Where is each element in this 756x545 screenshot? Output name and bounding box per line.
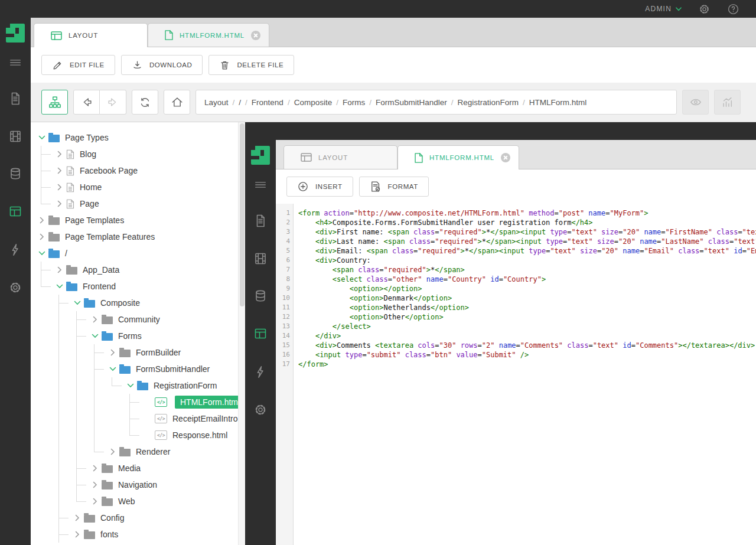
close-icon[interactable] (501, 153, 510, 162)
tree-item-config[interactable]: Config (31, 510, 245, 526)
code-line[interactable]: </form> (298, 360, 756, 369)
tree-item-fonts[interactable]: fonts (31, 526, 245, 543)
code-line[interactable]: <input type="submit" class="btn" value="… (298, 350, 756, 360)
code-line[interactable]: <div>Country: (298, 256, 756, 265)
chevron-right-icon[interactable] (71, 526, 84, 543)
chevron-right-icon[interactable] (89, 311, 102, 328)
statistics-button[interactable] (714, 90, 741, 115)
settings-icon[interactable] (0, 280, 31, 295)
menu-icon[interactable] (245, 178, 276, 191)
code-editor[interactable]: 1234567891011121314151617 <form action="… (276, 204, 756, 545)
chevron-down-icon[interactable] (124, 377, 137, 394)
preview-tab-htmlform[interactable]: HTMLFORM.HTML (397, 145, 519, 169)
tree-item-web[interactable]: Web (31, 493, 245, 510)
tree-item-community[interactable]: Community (31, 311, 245, 328)
tree-item-htmlform-html[interactable]: HTMLForm.html (31, 394, 245, 410)
code-line[interactable]: <div>Last name: <span class="required">*… (298, 237, 756, 246)
code-line[interactable]: <div>First name: <span class="required">… (298, 227, 756, 237)
tree-view-toggle-button[interactable] (41, 90, 68, 115)
code-line[interactable]: </div> (298, 331, 756, 341)
media-icon[interactable] (0, 129, 31, 143)
media-icon[interactable] (245, 252, 276, 266)
tree-item-[interactable]: / (31, 245, 245, 262)
code-line[interactable]: <div>Email: <span class="required">*</sp… (298, 246, 756, 256)
functions-icon[interactable] (0, 243, 31, 257)
back-button[interactable] (73, 90, 100, 115)
chevron-right-icon[interactable] (89, 460, 102, 477)
tree-item-renderer[interactable]: Renderer (31, 443, 245, 460)
tree-scrollbar[interactable] (238, 122, 245, 545)
data-icon[interactable] (0, 167, 31, 181)
menu-icon[interactable] (0, 56, 31, 69)
download-button[interactable]: DOWNLOAD (121, 55, 203, 75)
tree-item-facebook-page[interactable]: Facebook Page (31, 162, 245, 179)
tree-item-page-types[interactable]: Page Types (31, 129, 245, 146)
format-button[interactable]: FORMAT (359, 177, 429, 197)
chevron-right-icon[interactable] (89, 477, 102, 493)
chevron-right-icon[interactable] (53, 179, 66, 195)
pages-icon[interactable] (0, 92, 31, 106)
layout-icon[interactable] (0, 204, 31, 218)
code-line[interactable]: </select> (298, 322, 756, 331)
breadcrumb[interactable]: Layout///Frontend/Composite/Forms/FormSu… (195, 90, 677, 115)
pages-icon[interactable] (245, 214, 276, 228)
close-icon[interactable] (251, 31, 260, 40)
code-line[interactable]: <div>Comments <textarea cols="30" rows="… (298, 341, 756, 350)
tree-item-response-html[interactable]: Response.html (31, 427, 245, 443)
tree-item-formbuilder[interactable]: FormBuilder (31, 344, 245, 361)
preview-tab-layout[interactable]: LAYOUT (284, 145, 397, 169)
chevron-down-icon[interactable] (71, 295, 84, 311)
chevron-down-icon[interactable] (89, 328, 102, 344)
code-line[interactable]: <option></option> (298, 284, 756, 293)
chevron-right-icon[interactable] (53, 162, 66, 179)
chevron-right-icon[interactable] (35, 212, 48, 229)
tree-item-page-templates[interactable]: Page Templates (31, 212, 245, 229)
chevron-right-icon[interactable] (106, 443, 119, 460)
settings-icon[interactable] (698, 3, 711, 15)
code-line[interactable]: <option>Other</option> (298, 312, 756, 322)
tree-item-home[interactable]: Home (31, 179, 245, 195)
chevron-right-icon[interactable] (142, 394, 155, 410)
functions-icon[interactable] (245, 365, 276, 379)
code-line[interactable]: <option>Netherlands</option> (298, 303, 756, 312)
chevron-down-icon[interactable] (53, 278, 66, 295)
tab-htmlform[interactable]: HTMLFORM.HTML (148, 23, 269, 47)
refresh-button[interactable] (132, 90, 158, 115)
chevron-right-icon[interactable] (89, 493, 102, 510)
forward-button[interactable] (100, 90, 126, 115)
chevron-right-icon[interactable] (106, 344, 119, 361)
help-icon[interactable] (727, 3, 739, 15)
settings-icon[interactable] (245, 403, 276, 417)
chevron-down-icon[interactable] (35, 129, 48, 146)
code-content[interactable]: <form action="http://www.composite.net/H… (294, 204, 756, 545)
code-line[interactable]: <select class="other" name="Country" id=… (298, 275, 756, 284)
chevron-right-icon[interactable] (142, 410, 155, 427)
tree-item-page-template-features[interactable]: Page Template Features (31, 229, 245, 245)
tree-item-forms[interactable]: Forms (31, 328, 245, 344)
chevron-down-icon[interactable] (106, 361, 119, 377)
tree-item-formsubmithandler[interactable]: FormSubmitHandler (31, 361, 245, 377)
tree-item-blog[interactable]: Blog (31, 146, 245, 162)
chevron-right-icon[interactable] (53, 262, 66, 278)
data-icon[interactable] (245, 289, 276, 303)
chevron-right-icon[interactable] (53, 146, 66, 162)
code-line[interactable]: <form action="http://www.composite.net/H… (298, 208, 756, 218)
scrollbar-thumb[interactable] (240, 123, 245, 306)
tree-item-page[interactable]: Page (31, 195, 245, 212)
tree-item-composite[interactable]: Composite (31, 295, 245, 311)
tree-item-app-data[interactable]: App_Data (31, 262, 245, 278)
code-line[interactable]: <h4>Composite.Forms.FormSubmitHandler us… (298, 218, 756, 227)
tree-item-registrationform[interactable]: RegistrationForm (31, 377, 245, 394)
tree-item-receiptemailintro-html[interactable]: ReceiptEmailIntro.html (31, 410, 245, 427)
preview-eye-button[interactable] (682, 90, 709, 115)
chevron-right-icon[interactable] (71, 510, 84, 526)
layout-icon[interactable] (245, 327, 276, 341)
chevron-right-icon[interactable] (35, 229, 48, 245)
delete-file-button[interactable]: DELETE FILE (208, 55, 294, 75)
chevron-right-icon[interactable] (53, 195, 66, 212)
chevron-down-icon[interactable] (35, 245, 48, 262)
tree-item-frontend[interactable]: Frontend (31, 278, 245, 295)
insert-button[interactable]: INSERT (286, 177, 353, 197)
tree-item-navigation[interactable]: Navigation (31, 477, 245, 493)
chevron-right-icon[interactable] (142, 427, 155, 443)
